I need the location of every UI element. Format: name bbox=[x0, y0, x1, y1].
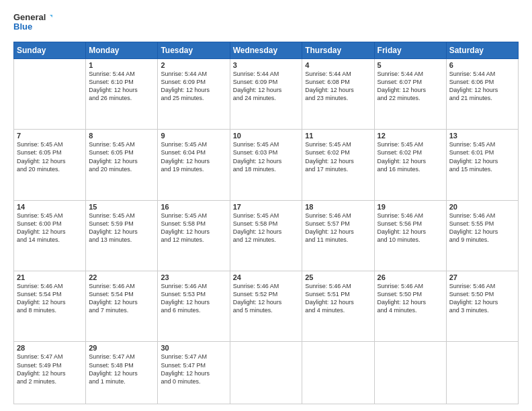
day-number: 6 bbox=[449, 61, 515, 69]
calendar-cell: 7Sunrise: 5:45 AM Sunset: 6:05 PM Daylig… bbox=[14, 130, 86, 200]
calendar-cell: 11Sunrise: 5:45 AM Sunset: 6:02 PM Dayli… bbox=[302, 130, 374, 200]
cell-daylight-info: Sunrise: 5:46 AM Sunset: 5:53 PM Dayligh… bbox=[161, 282, 226, 315]
calendar-cell: 9Sunrise: 5:45 AM Sunset: 6:04 PM Daylig… bbox=[158, 130, 230, 200]
day-number: 7 bbox=[17, 132, 83, 140]
day-number: 28 bbox=[17, 344, 83, 352]
svg-text:Blue: Blue bbox=[13, 21, 32, 32]
cell-daylight-info: Sunrise: 5:45 AM Sunset: 6:05 PM Dayligh… bbox=[17, 140, 83, 173]
cell-daylight-info: Sunrise: 5:45 AM Sunset: 6:02 PM Dayligh… bbox=[378, 140, 443, 173]
calendar-cell: 15Sunrise: 5:45 AM Sunset: 5:59 PM Dayli… bbox=[86, 200, 158, 271]
calendar-cell: 12Sunrise: 5:45 AM Sunset: 6:02 PM Dayli… bbox=[374, 130, 446, 200]
cell-daylight-info: Sunrise: 5:47 AM Sunset: 5:47 PM Dayligh… bbox=[161, 353, 226, 385]
cell-daylight-info: Sunrise: 5:45 AM Sunset: 6:05 PM Dayligh… bbox=[89, 140, 154, 173]
day-number: 27 bbox=[449, 273, 515, 281]
cell-daylight-info: Sunrise: 5:45 AM Sunset: 6:00 PM Dayligh… bbox=[17, 212, 83, 244]
calendar-cell bbox=[374, 342, 446, 404]
calendar-table: SundayMondayTuesdayWednesdayThursdayFrid… bbox=[13, 42, 519, 404]
day-number: 4 bbox=[305, 61, 371, 69]
cell-daylight-info: Sunrise: 5:45 AM Sunset: 6:01 PM Dayligh… bbox=[449, 140, 515, 173]
day-number: 29 bbox=[89, 344, 154, 352]
svg-text:General: General bbox=[13, 12, 46, 22]
page: General Blue SundayMondayTuesdayWednesda… bbox=[0, 0, 532, 411]
day-number: 15 bbox=[89, 203, 154, 211]
cell-daylight-info: Sunrise: 5:44 AM Sunset: 6:06 PM Dayligh… bbox=[449, 70, 515, 103]
svg-marker-3 bbox=[50, 15, 52, 17]
calendar-cell: 22Sunrise: 5:46 AM Sunset: 5:54 PM Dayli… bbox=[86, 271, 158, 342]
day-number: 24 bbox=[233, 273, 300, 281]
header: General Blue bbox=[13, 11, 519, 35]
calendar-header-sunday: Sunday bbox=[14, 42, 86, 59]
calendar-cell: 23Sunrise: 5:46 AM Sunset: 5:53 PM Dayli… bbox=[158, 271, 230, 342]
calendar-cell: 29Sunrise: 5:47 AM Sunset: 5:48 PM Dayli… bbox=[86, 342, 158, 404]
calendar-cell: 16Sunrise: 5:45 AM Sunset: 5:58 PM Dayli… bbox=[158, 200, 230, 271]
calendar-header-tuesday: Tuesday bbox=[158, 42, 230, 59]
calendar-cell: 4Sunrise: 5:44 AM Sunset: 6:08 PM Daylig… bbox=[302, 59, 374, 130]
day-number: 26 bbox=[378, 273, 443, 281]
day-number: 23 bbox=[161, 273, 226, 281]
cell-daylight-info: Sunrise: 5:45 AM Sunset: 5:59 PM Dayligh… bbox=[89, 212, 154, 244]
cell-daylight-info: Sunrise: 5:46 AM Sunset: 5:51 PM Dayligh… bbox=[305, 282, 371, 315]
calendar-cell: 20Sunrise: 5:46 AM Sunset: 5:55 PM Dayli… bbox=[446, 200, 518, 271]
day-number: 2 bbox=[161, 61, 226, 69]
calendar-cell: 3Sunrise: 5:44 AM Sunset: 6:09 PM Daylig… bbox=[230, 59, 302, 130]
day-number: 18 bbox=[305, 203, 371, 211]
calendar-cell: 2Sunrise: 5:44 AM Sunset: 6:09 PM Daylig… bbox=[158, 59, 230, 130]
day-number: 21 bbox=[17, 273, 83, 281]
cell-daylight-info: Sunrise: 5:47 AM Sunset: 5:49 PM Dayligh… bbox=[17, 353, 83, 385]
day-number: 1 bbox=[89, 61, 154, 69]
calendar-cell: 24Sunrise: 5:46 AM Sunset: 5:52 PM Dayli… bbox=[230, 271, 302, 342]
day-number: 11 bbox=[305, 132, 371, 140]
cell-daylight-info: Sunrise: 5:46 AM Sunset: 5:54 PM Dayligh… bbox=[89, 282, 154, 315]
cell-daylight-info: Sunrise: 5:47 AM Sunset: 5:48 PM Dayligh… bbox=[89, 353, 154, 385]
cell-daylight-info: Sunrise: 5:44 AM Sunset: 6:09 PM Dayligh… bbox=[233, 70, 300, 103]
day-number: 10 bbox=[233, 132, 300, 140]
calendar-cell: 19Sunrise: 5:46 AM Sunset: 5:56 PM Dayli… bbox=[374, 200, 446, 271]
day-number: 22 bbox=[89, 273, 154, 281]
cell-daylight-info: Sunrise: 5:45 AM Sunset: 6:04 PM Dayligh… bbox=[161, 140, 226, 173]
day-number: 30 bbox=[161, 344, 226, 352]
cell-daylight-info: Sunrise: 5:46 AM Sunset: 5:56 PM Dayligh… bbox=[378, 212, 443, 244]
day-number: 17 bbox=[233, 203, 300, 211]
cell-daylight-info: Sunrise: 5:46 AM Sunset: 5:52 PM Dayligh… bbox=[233, 282, 300, 315]
calendar-cell: 10Sunrise: 5:45 AM Sunset: 6:03 PM Dayli… bbox=[230, 130, 302, 200]
calendar-cell: 25Sunrise: 5:46 AM Sunset: 5:51 PM Dayli… bbox=[302, 271, 374, 342]
day-number: 19 bbox=[378, 203, 443, 211]
day-number: 5 bbox=[378, 61, 443, 69]
day-number: 9 bbox=[161, 132, 226, 140]
calendar-cell: 1Sunrise: 5:44 AM Sunset: 6:10 PM Daylig… bbox=[86, 59, 158, 130]
cell-daylight-info: Sunrise: 5:44 AM Sunset: 6:09 PM Dayligh… bbox=[161, 70, 226, 103]
calendar-header-friday: Friday bbox=[374, 42, 446, 59]
calendar-cell bbox=[230, 342, 302, 404]
calendar-cell bbox=[14, 59, 86, 130]
calendar-cell bbox=[302, 342, 374, 404]
calendar-header-thursday: Thursday bbox=[302, 42, 374, 59]
calendar-cell: 26Sunrise: 5:46 AM Sunset: 5:50 PM Dayli… bbox=[374, 271, 446, 342]
calendar-cell: 6Sunrise: 5:44 AM Sunset: 6:06 PM Daylig… bbox=[446, 59, 518, 130]
calendar-cell: 14Sunrise: 5:45 AM Sunset: 6:00 PM Dayli… bbox=[14, 200, 86, 271]
cell-daylight-info: Sunrise: 5:45 AM Sunset: 6:03 PM Dayligh… bbox=[233, 140, 300, 173]
day-number: 14 bbox=[17, 203, 83, 211]
cell-daylight-info: Sunrise: 5:46 AM Sunset: 5:55 PM Dayligh… bbox=[449, 212, 515, 244]
cell-daylight-info: Sunrise: 5:45 AM Sunset: 6:02 PM Dayligh… bbox=[305, 140, 371, 173]
calendar-cell: 21Sunrise: 5:46 AM Sunset: 5:54 PM Dayli… bbox=[14, 271, 86, 342]
week-row-4: 21Sunrise: 5:46 AM Sunset: 5:54 PM Dayli… bbox=[14, 271, 519, 342]
week-row-5: 28Sunrise: 5:47 AM Sunset: 5:49 PM Dayli… bbox=[14, 342, 519, 404]
calendar-cell: 13Sunrise: 5:45 AM Sunset: 6:01 PM Dayli… bbox=[446, 130, 518, 200]
calendar-cell: 18Sunrise: 5:46 AM Sunset: 5:57 PM Dayli… bbox=[302, 200, 374, 271]
cell-daylight-info: Sunrise: 5:44 AM Sunset: 6:10 PM Dayligh… bbox=[89, 70, 154, 103]
cell-daylight-info: Sunrise: 5:45 AM Sunset: 5:58 PM Dayligh… bbox=[233, 212, 300, 244]
week-row-2: 7Sunrise: 5:45 AM Sunset: 6:05 PM Daylig… bbox=[14, 130, 519, 200]
cell-daylight-info: Sunrise: 5:44 AM Sunset: 6:07 PM Dayligh… bbox=[378, 70, 443, 103]
cell-daylight-info: Sunrise: 5:46 AM Sunset: 5:57 PM Dayligh… bbox=[305, 212, 371, 244]
calendar-cell: 17Sunrise: 5:45 AM Sunset: 5:58 PM Dayli… bbox=[230, 200, 302, 271]
calendar-cell: 5Sunrise: 5:44 AM Sunset: 6:07 PM Daylig… bbox=[374, 59, 446, 130]
calendar-cell: 27Sunrise: 5:46 AM Sunset: 5:50 PM Dayli… bbox=[446, 271, 518, 342]
cell-daylight-info: Sunrise: 5:44 AM Sunset: 6:08 PM Dayligh… bbox=[305, 70, 371, 103]
day-number: 16 bbox=[161, 203, 226, 211]
cell-daylight-info: Sunrise: 5:46 AM Sunset: 5:50 PM Dayligh… bbox=[449, 282, 515, 315]
logo-svg: General Blue bbox=[13, 11, 54, 35]
cell-daylight-info: Sunrise: 5:46 AM Sunset: 5:54 PM Dayligh… bbox=[17, 282, 83, 315]
day-number: 25 bbox=[305, 273, 371, 281]
day-number: 3 bbox=[233, 61, 300, 69]
day-number: 20 bbox=[449, 203, 515, 211]
